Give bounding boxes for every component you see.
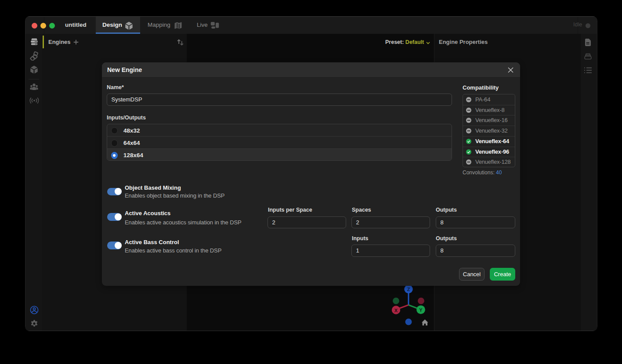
svg-text:X: X — [394, 308, 398, 313]
svg-text:Y: Y — [419, 307, 423, 313]
svg-text:Z: Z — [407, 287, 410, 292]
